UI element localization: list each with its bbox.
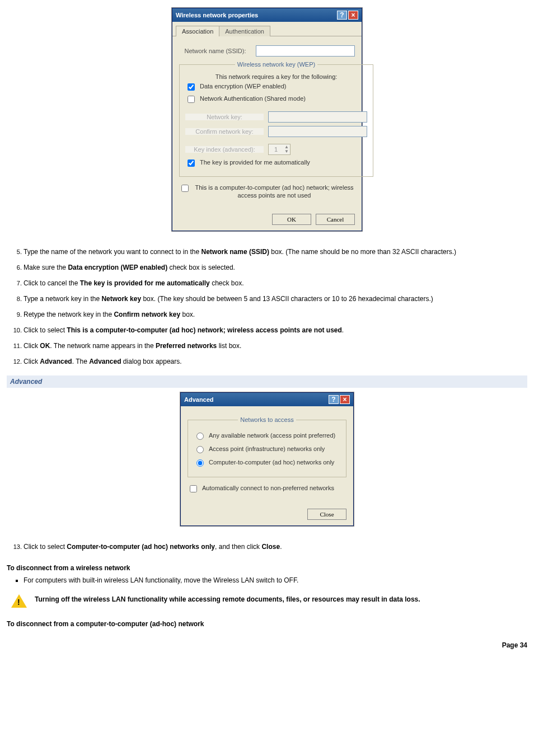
ssid-input[interactable] bbox=[256, 45, 355, 57]
disconnect-adhoc-heading: To disconnect from a computer-to-compute… bbox=[7, 620, 527, 628]
warning-icon bbox=[11, 594, 27, 608]
step-6: Make sure the Data encryption (WEP enabl… bbox=[24, 262, 527, 273]
ok-button[interactable]: OK bbox=[272, 214, 311, 225]
step-7: Click to cancel the The key is provided … bbox=[24, 278, 527, 288]
close-icon[interactable]: × bbox=[340, 395, 350, 404]
network-key-input bbox=[268, 111, 367, 123]
advanced-title: Advanced bbox=[184, 396, 214, 403]
step-10: Click to select This is a computer-to-co… bbox=[24, 325, 527, 335]
advanced-titlebar: Advanced ? × bbox=[181, 393, 353, 406]
adhoc-checkbox[interactable] bbox=[181, 185, 189, 192]
wireless-properties-dialog: Wireless network properties ? × Associat… bbox=[172, 8, 362, 231]
step-5: Type the name of the network you want to… bbox=[24, 247, 527, 257]
help-icon[interactable]: ? bbox=[329, 395, 339, 404]
page-number: Page 34 bbox=[7, 641, 527, 649]
adhoc-label: This is a computer-to-computer (ad hoc) … bbox=[194, 184, 355, 199]
step-13: Click to select Computer-to-computer (ad… bbox=[24, 542, 527, 552]
wep-fieldset: Wireless network key (WEP) This network … bbox=[179, 61, 373, 177]
help-icon[interactable]: ? bbox=[337, 11, 347, 20]
radio-adhoc-only-label: Computer-to-computer (ad hoc) networks o… bbox=[209, 459, 334, 466]
auto-connect-label: Automatically connect to non-preferred n… bbox=[202, 484, 334, 492]
dialog-titlebar: Wireless network properties ? × bbox=[172, 8, 362, 22]
radio-adhoc-only[interactable] bbox=[196, 459, 204, 467]
networks-access-fieldset: Networks to access Any available network… bbox=[188, 416, 346, 477]
spinner-arrows-icon: ▲▼ bbox=[283, 145, 290, 154]
advanced-dialog: Advanced ? × Networks to access Any avai… bbox=[180, 392, 354, 526]
disconnect-wireless-item: For computers with built-in wireless LAN… bbox=[24, 576, 527, 584]
close-icon[interactable]: × bbox=[348, 11, 358, 20]
confirm-key-input bbox=[268, 126, 367, 137]
data-encryption-label: Data encryption (WEP enabled) bbox=[200, 82, 287, 90]
step-9: Retype the network key in the Confirm ne… bbox=[24, 309, 527, 320]
confirm-key-label: Confirm network key: bbox=[185, 128, 264, 135]
warning-row: Turning off the wireless LAN functionali… bbox=[7, 594, 527, 608]
step-12: Click Advanced. The Advanced dialog box … bbox=[24, 356, 527, 367]
cancel-button[interactable]: Cancel bbox=[316, 214, 355, 225]
dialog-title: Wireless network properties bbox=[176, 12, 258, 18]
key-index-label: Key index (advanced): bbox=[185, 146, 264, 153]
auto-key-label: The key is provided for me automatically bbox=[200, 158, 310, 166]
tab-association[interactable]: Association bbox=[176, 26, 219, 36]
close-button[interactable]: Close bbox=[307, 509, 346, 520]
step-11: Click OK. The network name appears in th… bbox=[24, 341, 527, 351]
key-index-value: 1 bbox=[269, 146, 283, 153]
data-encryption-checkbox[interactable] bbox=[188, 83, 195, 91]
key-index-spinner: 1 ▲▼ bbox=[268, 144, 291, 155]
steps-list-b: Click to select Computer-to-computer (ad… bbox=[7, 542, 527, 552]
network-auth-label: Network Authentication (Shared mode) bbox=[200, 95, 306, 102]
advanced-heading: Advanced bbox=[7, 375, 527, 388]
wep-legend: Wireless network key (WEP) bbox=[235, 61, 317, 68]
radio-access-point-label: Access point (infrastructure) networks o… bbox=[209, 445, 325, 452]
network-key-label: Network key: bbox=[185, 114, 264, 120]
networks-access-legend: Networks to access bbox=[238, 416, 296, 423]
radio-any-available-label: Any available network (access point pref… bbox=[209, 432, 335, 439]
steps-list-a: Type the name of the network you want to… bbox=[7, 247, 527, 367]
ssid-label: Network name (SSID): bbox=[179, 48, 251, 54]
step-8: Type a network key in the Network key bo… bbox=[24, 294, 527, 304]
auto-connect-checkbox[interactable] bbox=[190, 485, 197, 492]
auto-key-checkbox[interactable] bbox=[188, 159, 195, 167]
radio-any-available[interactable] bbox=[196, 433, 204, 440]
disconnect-wireless-heading: To disconnect from a wireless network bbox=[7, 564, 527, 572]
disconnect-wireless-list: For computers with built-in wireless LAN… bbox=[7, 576, 527, 584]
network-auth-checkbox[interactable] bbox=[188, 96, 195, 103]
wep-intro: This network requires a key for the foll… bbox=[185, 73, 367, 80]
radio-access-point[interactable] bbox=[196, 446, 204, 453]
tab-authentication[interactable]: Authentication bbox=[219, 26, 270, 36]
warning-text: Turning off the wireless LAN functionali… bbox=[35, 595, 527, 603]
